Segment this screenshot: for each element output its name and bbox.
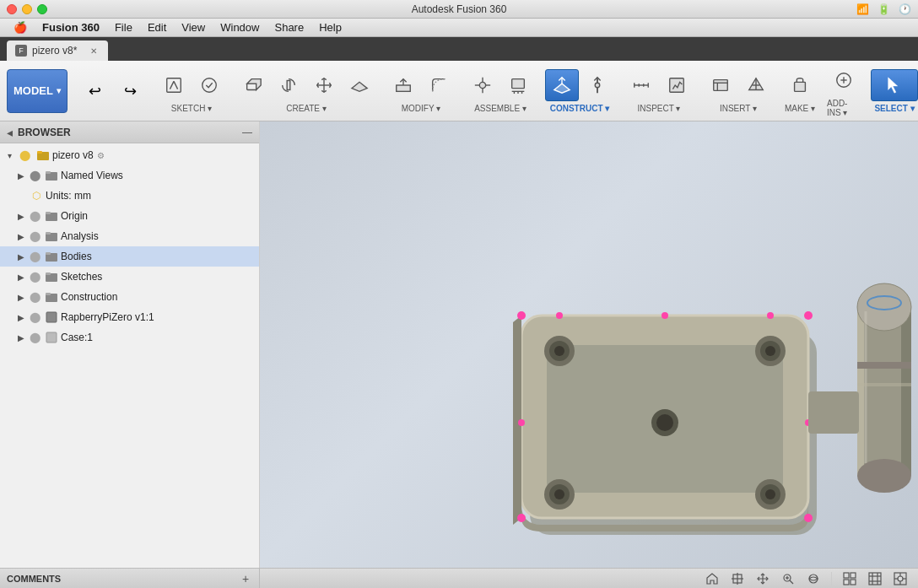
- orbit-button[interactable]: [802, 571, 824, 586]
- bodies-visibility-icon[interactable]: ⬤: [29, 251, 40, 262]
- sketches-visibility-icon[interactable]: ⬤: [29, 271, 40, 283]
- inspect-analysis-button[interactable]: [660, 69, 694, 101]
- tree-item-origin[interactable]: ▶ ⬤ Origin: [0, 206, 259, 226]
- create-extrude-button[interactable]: [236, 69, 270, 101]
- display-mode-button[interactable]: [839, 571, 861, 586]
- tree-item-construction[interactable]: ▶ ⬤ Construction: [0, 287, 259, 307]
- tree-item-bodies[interactable]: ▶ ⬤ Bodies: [0, 246, 259, 267]
- insert-mesh-button[interactable]: [739, 69, 773, 101]
- tree-item-units[interactable]: ▶ ⬡ Units: mm: [0, 186, 259, 206]
- sketch-group: SKETCH ▾: [157, 69, 226, 113]
- file-menu[interactable]: File: [108, 19, 139, 35]
- select-button[interactable]: [871, 69, 918, 101]
- snap-button[interactable]: [889, 571, 911, 586]
- construct-axis-button[interactable]: [580, 69, 614, 101]
- insert-canvas-button[interactable]: [704, 69, 737, 101]
- tree-item-sketches[interactable]: ▶ ⬤ Sketches: [0, 267, 259, 287]
- addins-button[interactable]: [827, 64, 861, 96]
- svg-line-103: [790, 580, 793, 584]
- share-menu[interactable]: Share: [267, 19, 310, 35]
- bodies-expand-icon[interactable]: ▶: [15, 251, 27, 262]
- construction-expand-icon[interactable]: ▶: [15, 291, 27, 303]
- close-button[interactable]: [7, 4, 17, 14]
- raspberry-label: RapberryPiZero v1:1: [61, 311, 154, 323]
- make-button[interactable]: [783, 69, 817, 101]
- sketch-button[interactable]: [157, 69, 191, 101]
- ground-icon: [509, 76, 527, 94]
- window-menu[interactable]: Window: [213, 19, 266, 35]
- case-visibility-icon[interactable]: ⬤: [29, 332, 40, 343]
- zoom-icon: [781, 572, 795, 585]
- zoom-button[interactable]: [777, 571, 799, 586]
- case-expand-icon[interactable]: ▶: [15, 332, 27, 343]
- root-folder-icon: [36, 148, 50, 162]
- named-views-visibility-icon[interactable]: ⬤: [29, 170, 40, 181]
- svg-rect-52: [46, 252, 51, 255]
- svg-rect-44: [37, 151, 42, 154]
- construct-plane-button[interactable]: [545, 69, 579, 101]
- create-plane-button[interactable]: [343, 69, 376, 101]
- named-views-folder-icon: [45, 169, 58, 182]
- create-label: CREATE ▾: [286, 104, 327, 113]
- root-visibility-icon[interactable]: ⬤: [18, 148, 31, 162]
- svg-rect-89: [857, 307, 864, 476]
- active-tab[interactable]: F pizero v8* ✕: [7, 40, 108, 61]
- assemble-ground-button[interactable]: [501, 69, 535, 101]
- tree-item-root[interactable]: ▾ ⬤ pizero v8 ⚙: [0, 145, 259, 165]
- mode-button[interactable]: MODEL ▾: [7, 69, 68, 113]
- root-settings-icon[interactable]: ⚙: [97, 151, 105, 160]
- origin-visibility-icon[interactable]: ⬤: [29, 210, 40, 222]
- named-views-expand-icon[interactable]: ▶: [15, 170, 27, 181]
- construction-visibility-icon[interactable]: ⬤: [29, 291, 40, 303]
- create-revolve-button[interactable]: [272, 69, 305, 101]
- fit-view-button[interactable]: [726, 571, 748, 586]
- traffic-lights[interactable]: [7, 4, 47, 14]
- viewport-tools: [260, 571, 918, 586]
- svg-rect-57: [46, 312, 57, 322]
- undo-button[interactable]: ↩: [78, 75, 111, 107]
- undo-redo-group: ↩ ↪: [78, 75, 147, 107]
- viewport[interactable]: [260, 121, 918, 568]
- make-label: MAKE ▾: [785, 104, 815, 113]
- tree-item-case[interactable]: ▶ ⬤ Case:1: [0, 327, 259, 348]
- modify-press-pull-button[interactable]: [386, 69, 420, 101]
- analysis-visibility-icon[interactable]: ⬤: [29, 230, 40, 242]
- analysis-icon: [667, 76, 686, 94]
- sketch-finish-button[interactable]: [192, 69, 226, 101]
- create-move-button[interactable]: [307, 69, 341, 101]
- browser-collapse-button[interactable]: ◂: [7, 126, 13, 139]
- origin-expand-icon[interactable]: ▶: [15, 210, 27, 222]
- modify-fillet-button[interactable]: [422, 69, 456, 101]
- help-menu[interactable]: Help: [312, 19, 348, 35]
- apple-menu[interactable]: 🍎: [7, 19, 34, 35]
- home-view-button[interactable]: [701, 571, 723, 586]
- assemble-joint-button[interactable]: [466, 69, 500, 101]
- minimize-button[interactable]: [22, 4, 32, 14]
- svg-point-3: [202, 78, 217, 92]
- maximize-button[interactable]: [37, 4, 47, 14]
- comments-add-button[interactable]: +: [239, 572, 252, 585]
- tree-item-named-views[interactable]: ▶ ⬤ Named Views: [0, 165, 259, 186]
- root-expand-icon[interactable]: ▾: [3, 149, 15, 161]
- analysis-expand-icon[interactable]: ▶: [15, 230, 27, 242]
- grid-button[interactable]: [864, 571, 886, 586]
- raspberry-expand-icon[interactable]: ▶: [15, 311, 27, 323]
- app-name-menu[interactable]: Fusion 360: [35, 19, 106, 35]
- assemble-label: ASSEMBLE ▾: [474, 104, 526, 113]
- tab-close-button[interactable]: ✕: [88, 45, 100, 57]
- edit-menu[interactable]: Edit: [141, 19, 173, 35]
- pan-button[interactable]: [752, 571, 774, 586]
- inspect-measure-button[interactable]: [624, 69, 658, 101]
- move-icon: [315, 76, 333, 94]
- svg-point-83: [767, 312, 774, 319]
- window-title: Autodesk Fusion 360: [412, 3, 507, 15]
- browser-options-icon[interactable]: —: [242, 127, 252, 138]
- tree-item-analysis[interactable]: ▶ ⬤ Analysis: [0, 226, 259, 246]
- measure-icon: [632, 76, 651, 94]
- redo-button[interactable]: ↪: [113, 75, 147, 107]
- raspberry-visibility-icon[interactable]: ⬤: [29, 311, 40, 323]
- sketches-expand-icon[interactable]: ▶: [15, 271, 27, 283]
- tree-item-raspberry[interactable]: ▶ ⬤ RapberryPiZero v1:1: [0, 307, 259, 327]
- view-menu[interactable]: View: [175, 19, 212, 35]
- svg-point-80: [517, 514, 526, 522]
